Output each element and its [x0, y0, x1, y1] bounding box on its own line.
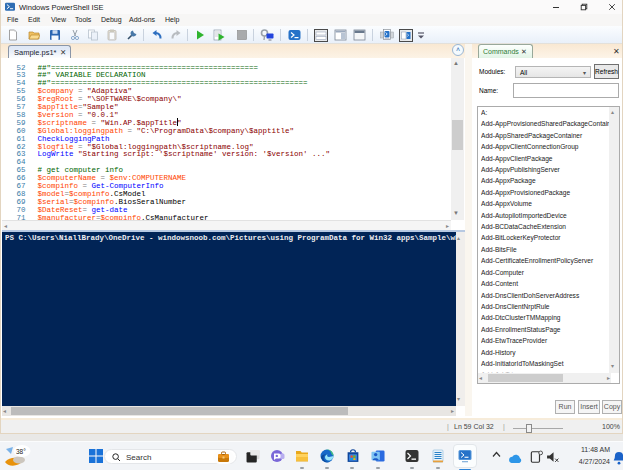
svg-text:38°: 38° — [16, 448, 26, 455]
